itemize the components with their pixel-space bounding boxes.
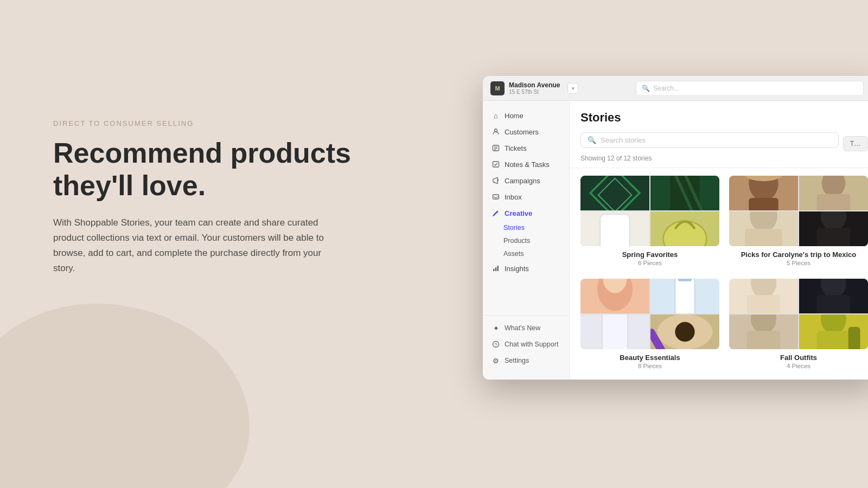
- sidebar-item-home[interactable]: ⌂ Home: [483, 107, 569, 124]
- stories-count: Showing 12 of 12 stories: [580, 155, 868, 168]
- sidebar-item-creative[interactable]: Creative: [483, 205, 569, 221]
- svg-text:?: ?: [494, 342, 497, 348]
- sidebar-label-chat-support: Chat with Support: [505, 341, 558, 348]
- story-img: [799, 176, 868, 210]
- story-img: [650, 314, 719, 349]
- whats-new-icon: ✦: [492, 324, 500, 332]
- story-img: [799, 314, 868, 349]
- workspace-name: Madison Avenue: [509, 81, 560, 89]
- sidebar-label-creative: Creative: [505, 209, 532, 217]
- story-card-beauty[interactable]: Beauty Essentials 8 Pieces: [580, 279, 719, 372]
- customers-icon: [492, 127, 500, 136]
- sidebar-sub-item-products[interactable]: Products: [483, 234, 569, 247]
- story-img: [729, 279, 798, 313]
- story-info: Beauty Essentials 8 Pieces: [580, 349, 719, 371]
- sidebar: ⌂ Home Customers: [483, 101, 570, 380]
- story-info: Picks for Carolyne's trip to Mexico 5 Pi…: [729, 246, 868, 268]
- sidebar-item-chat-support[interactable]: ? Chat with Support: [483, 336, 569, 352]
- svg-rect-45: [602, 314, 628, 349]
- section-label: DIRECT TO CONSUMER SELLING: [53, 119, 368, 127]
- story-img: [580, 176, 649, 210]
- settings-icon: ⚙: [492, 356, 500, 365]
- svg-rect-37: [817, 228, 851, 246]
- inbox-icon: [492, 192, 500, 201]
- story-img: [580, 314, 649, 349]
- story-card-spring-favorites[interactable]: Spring Favorites 6 Pieces: [580, 176, 719, 269]
- story-images-outfits: [729, 279, 868, 349]
- sidebar-sub-item-assets[interactable]: Assets: [483, 247, 569, 260]
- sidebar-item-customers[interactable]: Customers: [483, 124, 569, 140]
- tab-button[interactable]: T…: [843, 136, 868, 151]
- story-img: [799, 279, 868, 313]
- content-header: Stories 🔍 Search stories T… Showing 12 o…: [570, 101, 868, 168]
- sidebar-sub-label-assets: Assets: [503, 250, 524, 258]
- workspace-sub: 15 E 57th St: [509, 89, 560, 95]
- sidebar-nav: ⌂ Home Customers: [483, 107, 569, 315]
- story-card-outfits[interactable]: Fall Outfits 4 Pieces: [729, 279, 868, 372]
- svg-point-0: [495, 129, 497, 132]
- sidebar-item-campaigns[interactable]: Campaigns: [483, 172, 569, 189]
- sidebar-item-insights[interactable]: Insights: [483, 260, 569, 277]
- sidebar-item-settings[interactable]: ⚙ Settings: [483, 352, 569, 369]
- sidebar-label-insights: Insights: [505, 265, 529, 273]
- story-img: [729, 211, 798, 246]
- sidebar-label-tickets: Tickets: [505, 144, 527, 152]
- story-img: [729, 314, 798, 349]
- story-img: [799, 211, 868, 246]
- story-info: Fall Outfits 4 Pieces: [729, 349, 868, 371]
- search-stories-bar[interactable]: 🔍 Search stories: [580, 132, 839, 148]
- story-img: [650, 211, 719, 246]
- story-pieces: 4 Pieces: [731, 363, 866, 369]
- app-window: M Madison Avenue 15 E 57th St ▾ 🔍 Search…: [483, 76, 868, 380]
- search-bar[interactable]: 🔍 Search...: [636, 81, 864, 96]
- left-panel: DIRECT TO CONSUMER SELLING Recommend pro…: [53, 119, 368, 276]
- sidebar-label-settings: Settings: [505, 357, 529, 364]
- story-pieces: 5 Pieces: [731, 260, 866, 266]
- svg-rect-21: [600, 214, 629, 246]
- sidebar-item-whats-new[interactable]: ✦ What's New: [483, 320, 569, 336]
- story-pieces: 6 Pieces: [583, 260, 717, 266]
- sidebar-label-notes-tasks: Notes & Tasks: [505, 160, 550, 169]
- sidebar-item-notes-tasks[interactable]: Notes & Tasks: [483, 156, 569, 172]
- sidebar-item-inbox[interactable]: Inbox: [483, 189, 569, 205]
- stories-grid: Spring Favorites 6 Pieces: [570, 168, 868, 380]
- svg-rect-9: [495, 267, 497, 271]
- svg-rect-53: [747, 295, 781, 313]
- content-area: Stories 🔍 Search stories T… Showing 12 o…: [570, 101, 868, 380]
- story-name: Fall Outfits: [731, 354, 866, 362]
- story-name: Picks for Carolyne's trip to Mexico: [731, 251, 866, 259]
- svg-rect-42: [675, 279, 694, 313]
- insights-icon: [492, 264, 500, 273]
- story-img: [650, 279, 719, 313]
- title-bar: M Madison Avenue 15 E 57th St ▾ 🔍 Search…: [483, 76, 868, 101]
- svg-rect-8: [493, 269, 495, 271]
- headline: Recommend products they'll love.: [53, 137, 368, 202]
- story-card-carolyne[interactable]: Picks for Carolyne's trip to Mexico 5 Pi…: [729, 176, 868, 269]
- search-placeholder: Search...: [653, 85, 679, 92]
- sidebar-sub-item-stories[interactable]: Stories: [483, 221, 569, 234]
- sidebar-sub-label-stories: Stories: [503, 224, 525, 232]
- search-stories-icon: 🔍: [588, 136, 596, 144]
- svg-rect-5: [493, 162, 499, 167]
- sidebar-label-campaigns: Campaigns: [505, 177, 540, 185]
- background-blob: [0, 304, 250, 488]
- body-text: With Shoppable Stories, your team can cr…: [53, 215, 335, 276]
- story-images-carolyne: [729, 176, 868, 246]
- chat-support-icon: ?: [492, 340, 500, 349]
- sidebar-label-customers: Customers: [505, 128, 539, 136]
- story-name: Beauty Essentials: [583, 354, 717, 362]
- sidebar-sub-label-products: Products: [503, 237, 530, 245]
- svg-rect-27: [749, 198, 778, 210]
- svg-rect-62: [817, 331, 851, 349]
- sidebar-item-tickets[interactable]: Tickets: [483, 140, 569, 156]
- workspace-info[interactable]: M Madison Avenue 15 E 57th St ▾: [490, 81, 578, 95]
- story-images-beauty: [580, 279, 719, 349]
- svg-rect-10: [497, 266, 499, 271]
- story-pieces: 8 Pieces: [583, 363, 717, 369]
- chevron-down-icon[interactable]: ▾: [567, 83, 578, 94]
- notes-tasks-icon: [492, 160, 500, 169]
- svg-rect-31: [817, 194, 851, 210]
- story-info: Spring Favorites 6 Pieces: [580, 246, 719, 268]
- story-images-spring: [580, 176, 719, 246]
- svg-rect-34: [745, 229, 782, 246]
